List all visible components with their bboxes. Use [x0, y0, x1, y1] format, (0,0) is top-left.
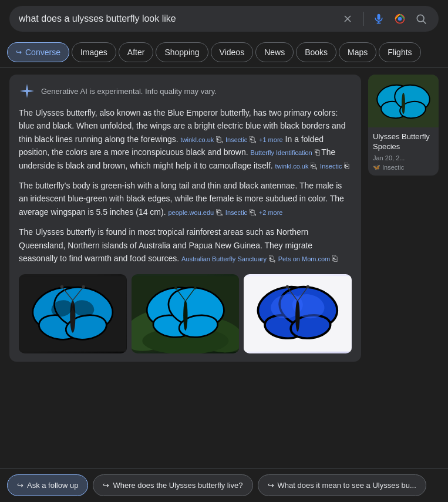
insectic-icon: 🦋: [373, 164, 380, 170]
ask-followup-label: Ask a follow up: [27, 481, 78, 490]
tab-flights[interactable]: Flights: [379, 42, 420, 62]
tab-videos[interactable]: Videos: [211, 42, 254, 62]
mic-button[interactable]: [370, 11, 387, 27]
right-panel: Ulysses Butterfly Species Jan 20, 2... 🦋…: [368, 75, 439, 371]
converse-arrow-icon: ↪: [16, 48, 22, 56]
tab-after-label: After: [127, 48, 145, 57]
butterfly-svg-2: [132, 274, 240, 353]
right-card-date: Jan 20, 2...: [373, 154, 434, 161]
ai-paragraph-1: The Ulysses butterfly, also known as the…: [19, 106, 352, 172]
svg-point-68: [402, 93, 405, 114]
source-aus-butterfly[interactable]: Australian Butterfly Sanctuary: [181, 255, 267, 262]
tab-shopping-label: Shopping: [164, 48, 199, 57]
lens-button[interactable]: [392, 11, 408, 27]
svg-point-23: [82, 285, 85, 289]
source-people-wou[interactable]: people.wou.edu: [168, 209, 214, 216]
tab-converse-label: Converse: [25, 48, 60, 57]
search-button[interactable]: [413, 11, 429, 27]
butterfly-svg-3: [244, 274, 352, 353]
svg-point-58: [306, 285, 310, 289]
search-bar: [9, 6, 439, 32]
right-card-source: 🦋 Insectic: [373, 164, 434, 171]
svg-marker-9: [20, 84, 34, 98]
tab-images-label: Images: [80, 48, 107, 57]
search-input[interactable]: [19, 14, 335, 24]
ask-followup-button[interactable]: ↪ Ask a follow up: [7, 474, 88, 496]
svg-point-57: [286, 285, 289, 289]
tab-images[interactable]: Images: [72, 42, 116, 62]
ai-paragraph-2: The butterfly's body is green-ish with a…: [19, 179, 352, 218]
main-content: Generative AI is experimental. Info qual…: [0, 68, 448, 378]
tab-converse[interactable]: ↪ Converse: [7, 42, 69, 62]
source-more-1[interactable]: +1 more: [259, 136, 283, 143]
followup-arrow-icon-3: ↪: [268, 481, 274, 490]
ai-disclaimer: Generative AI is experimental. Info qual…: [41, 87, 217, 96]
tab-flights-label: Flights: [388, 48, 412, 57]
source-more-2[interactable]: +2 more: [259, 209, 283, 216]
tab-books-label: Books: [305, 48, 328, 57]
source-pets-mom[interactable]: Pets on Mom.com: [278, 255, 331, 262]
svg-point-7: [417, 15, 424, 22]
source-insectic-3[interactable]: Insectic: [225, 209, 247, 216]
ai-text: The Ulysses butterfly, also known as the…: [19, 106, 352, 265]
right-card-body: Ulysses Butterfly Species Jan 20, 2... 🦋…: [368, 127, 439, 176]
ai-paragraph-3: The Ulysses butterfly is found in most t…: [19, 225, 352, 265]
clear-icon: [342, 13, 353, 25]
tab-books[interactable]: Books: [296, 42, 336, 62]
followup-arrow-icon-1: ↪: [17, 481, 23, 490]
lens-icon: [394, 13, 406, 25]
source-twinkl[interactable]: twinkl.co.uk: [181, 136, 214, 143]
left-panel: Generative AI is experimental. Info qual…: [9, 75, 361, 371]
butterfly-svg-1: [19, 274, 127, 353]
source-butterfly-id[interactable]: Butterfly Identification: [251, 149, 312, 156]
butterfly-image-1[interactable]: [19, 274, 127, 353]
right-card-title: Ulysses Butterfly Species: [373, 132, 434, 152]
clear-button[interactable]: [339, 11, 356, 27]
tab-news[interactable]: News: [255, 42, 294, 62]
ai-sparkle-icon: [19, 83, 35, 99]
right-card-source-label: Insectic: [382, 164, 404, 171]
mic-icon: [373, 13, 385, 25]
svg-point-41: [174, 287, 177, 289]
tab-maps-label: Maps: [348, 48, 368, 57]
right-card-image: [368, 75, 439, 127]
source-insectic-2[interactable]: Insectic: [320, 163, 342, 170]
tab-maps[interactable]: Maps: [339, 42, 376, 62]
svg-point-6: [398, 17, 402, 21]
svg-rect-2: [378, 14, 380, 20]
butterfly-image-2[interactable]: [132, 274, 240, 353]
svg-point-54: [296, 301, 300, 332]
right-card[interactable]: Ulysses Butterfly Species Jan 20, 2... 🦋…: [368, 75, 439, 176]
where-live-button[interactable]: ↪ Where does the Ulysses butterfly live?: [93, 474, 252, 496]
source-insectic-1[interactable]: Insectic: [225, 136, 247, 143]
ai-header: Generative AI is experimental. Info qual…: [19, 83, 352, 99]
followup-bar: ↪ Ask a follow up ↪ Where does the Ulyss…: [0, 468, 448, 502]
svg-point-42: [194, 287, 197, 289]
tab-videos-label: Videos: [220, 48, 245, 57]
svg-point-22: [60, 285, 64, 289]
where-live-label: Where does the Ulysses butterfly live?: [113, 481, 242, 490]
right-card-svg: [368, 75, 439, 127]
search-icon: [415, 13, 427, 25]
svg-point-38: [183, 301, 187, 331]
source-twinkl-2[interactable]: twinkl.co.uk: [275, 163, 309, 170]
tab-after[interactable]: After: [119, 42, 154, 62]
ai-box: Generative AI is experimental. Info qual…: [9, 75, 361, 362]
svg-line-8: [423, 21, 426, 24]
butterfly-image-3[interactable]: [244, 274, 352, 353]
what-mean-label: What does it mean to see a Ulysses bu...: [278, 481, 416, 490]
nav-tabs: ↪ Converse Images After Shopping Videos …: [0, 38, 448, 68]
what-mean-button[interactable]: ↪ What does it mean to see a Ulysses bu.…: [258, 474, 426, 496]
divider: [363, 12, 363, 26]
tab-shopping[interactable]: Shopping: [156, 42, 208, 62]
images-row: [19, 274, 352, 353]
followup-arrow-icon-2: ↪: [103, 481, 109, 490]
tab-news-label: News: [264, 48, 285, 57]
